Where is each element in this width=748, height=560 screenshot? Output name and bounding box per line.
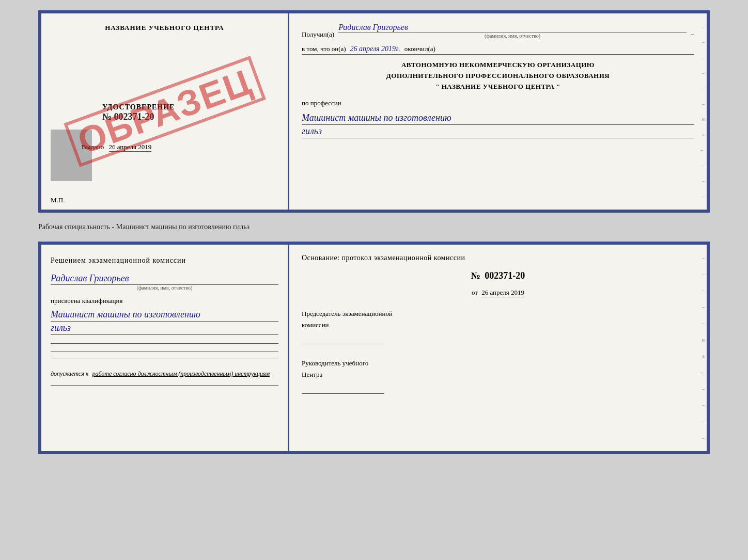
fio-sublabel: (фамилия, имя, отчество): [338, 33, 687, 39]
predsedatel-line1: Председатель экзаменационной: [302, 308, 694, 319]
okochil: окончил(а): [404, 45, 435, 53]
between-label: Рабочая специальность - Машинист машины …: [38, 222, 710, 232]
top-certificate: НАЗВАНИЕ УЧЕБНОГО ЦЕНТРА ОБРАЗЕЦ УДОСТОВ…: [38, 10, 710, 213]
pr-line-3: [51, 359, 278, 359]
vydano-date: 26 апреля 2019: [109, 143, 152, 152]
bottom-number-row: № 002371-20: [302, 270, 694, 281]
predsedatel-sign-line: [302, 335, 384, 344]
photo-placeholder: [51, 130, 92, 181]
prisvoena-text: присвоена квалификация: [51, 297, 278, 305]
work-desc: работе согласно должностным (производств…: [92, 370, 270, 377]
org-block: АВТОНОМНУЮ НЕКОММЕРЧЕСКУЮ ОРГАНИЗАЦИЮ ДО…: [302, 60, 694, 92]
vtom-row: в том, что он(а) 26 апреля 2019г. окончи…: [302, 45, 694, 55]
predsedatel-line2: комиссии: [302, 319, 694, 331]
pr-line-4: [51, 385, 278, 386]
vydano-prefix: Выдано: [82, 143, 104, 151]
bottom-date-row: от 26 апреля 2019: [302, 289, 694, 297]
mp-label: М.П.: [51, 196, 65, 204]
vydano-line: Выдано 26 апреля 2019: [82, 143, 151, 151]
rukovoditel-sign-line: [302, 385, 384, 394]
dopuskaetsya-prefix: допускается к: [51, 370, 88, 377]
profession-line1: Машинист машины по изготовлению: [302, 113, 694, 125]
ot-date: 26 апреля 2019: [481, 289, 524, 297]
bottom-cert-right: Основание: протокол экзаменационной коми…: [289, 245, 707, 451]
org-line2: ДОПОЛНИТЕЛЬНОГО ПРОФЕССИОНАЛЬНОГО ОБРАЗО…: [386, 71, 610, 82]
vtom-date: 26 апреля 2019г.: [350, 45, 400, 53]
org-line3: " НАЗВАНИЕ УЧЕБНОГО ЦЕНТРА ": [435, 82, 560, 92]
vtom-prefix: в том, что он(а): [302, 45, 346, 53]
qual-line2: гильз: [51, 323, 278, 335]
qual-line1: Машинист машины по изготовлению: [51, 309, 278, 322]
po-professii: по профессии: [302, 99, 694, 107]
bottom-fio-sublabel: (фамилия, имя, отчество): [51, 285, 278, 291]
side-ticks-bottom: – – – – – и а ← – – – –: [697, 245, 707, 451]
side-ticks-top: – – – – – – и а ← – – –: [697, 13, 707, 210]
rukovoditel-block: Руководитель учебного Центра: [302, 358, 694, 394]
predsedatel-block: Председатель экзаменационной комиссии: [302, 308, 694, 344]
udostoverenie-number: № 002371-20: [102, 111, 175, 122]
top-cert-right: Получил(а) Радислав Григорьев (фамилия, …: [289, 13, 707, 210]
pr-line-2: [51, 351, 278, 351]
profession-block: Машинист машины по изготовлению гильз: [302, 113, 694, 138]
rukovoditel-line1: Руководитель учебного: [302, 358, 694, 369]
bottom-recipient-fio: Радислав Григорьев: [51, 273, 278, 285]
ot-prefix: от: [472, 289, 478, 296]
bottom-certificate: Решением экзаменационной комиссии Радисл…: [38, 242, 710, 454]
osnovanie-text: Основание: протокол экзаменационной коми…: [302, 254, 694, 262]
bottom-number: 002371-20: [485, 270, 525, 281]
profession-line2: гильз: [302, 126, 694, 138]
dash-separator: –: [691, 30, 694, 39]
pr-line-1: [51, 343, 278, 344]
udostoverenie-title: УДОСТОВЕРЕНИЕ: [102, 103, 175, 111]
poluchil-row: Получил(а) Радислав Григорьев (фамилия, …: [302, 23, 694, 39]
top-left-title: НАЗВАНИЕ УЧЕБНОГО ЦЕНТРА: [51, 24, 278, 32]
org-line1: АВТОНОМНУЮ НЕКОММЕРЧЕСКУЮ ОРГАНИЗАЦИЮ: [401, 60, 595, 71]
poluchil-prefix: Получил(а): [302, 30, 334, 39]
rukovoditel-line2: Центра: [302, 369, 694, 380]
qual-block: Машинист машины по изготовлению гильз: [51, 309, 278, 335]
bottom-fio-block: Радислав Григорьев (фамилия, имя, отчест…: [51, 273, 278, 291]
bottom-cert-left: Решением экзаменационной комиссии Радисл…: [41, 245, 289, 451]
top-cert-left: НАЗВАНИЕ УЧЕБНОГО ЦЕНТРА ОБРАЗЕЦ УДОСТОВ…: [41, 13, 289, 210]
resheniem-text: Решением экзаменационной комиссии: [51, 255, 278, 266]
fio-block: Радислав Григорьев (фамилия, имя, отчест…: [338, 23, 687, 39]
dopuskaetsya-block: допускается к работе согласно должностны…: [51, 370, 278, 378]
number-label: №: [471, 270, 480, 281]
udostoverenie-block: УДОСТОВЕРЕНИЕ № 002371-20: [102, 103, 175, 122]
recipient-fio: Радислав Григорьев: [338, 23, 687, 33]
